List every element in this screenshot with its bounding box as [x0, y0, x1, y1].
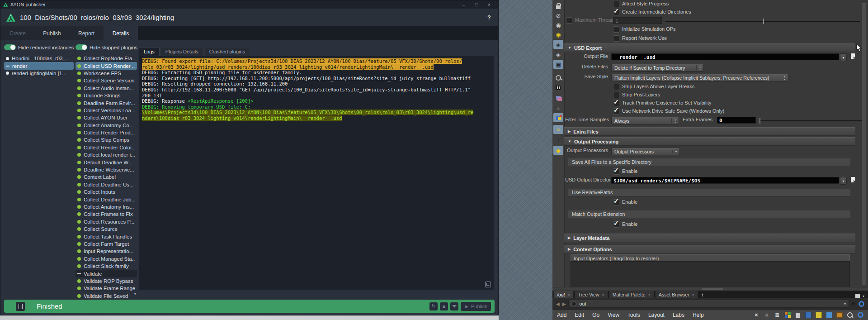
checkbox-initialize-simulation-ops[interactable]: [613, 26, 619, 33]
threads-field[interactable]: 1: [613, 17, 662, 24]
path-dropdown-icon[interactable]: ▾: [844, 302, 846, 306]
plugin-row[interactable]: Collect Resources P...: [75, 218, 137, 225]
select-delete-files[interactable]: Delete if Saved to Temp Directory▴▾: [611, 64, 704, 72]
report-details-icon[interactable]: [16, 302, 25, 311]
checkbox-strip-layers-above-layer-breaks[interactable]: [613, 84, 619, 90]
lock-icon[interactable]: [553, 1, 563, 10]
checkbox-track-primitive-existence-to-set-visibility[interactable]: ✓: [613, 100, 619, 106]
section-output-processing[interactable]: ▼Output Processing: [564, 137, 855, 146]
menu-layout[interactable]: Layout: [648, 312, 665, 318]
field-dropdown-icon[interactable]: ▾: [840, 177, 847, 185]
select-output-processors[interactable]: Output Processors▾: [611, 148, 680, 155]
log-tab-crashed-plugins[interactable]: Crashed plugins: [204, 47, 250, 56]
pane-tab-material-palette[interactable]: Material Palette×: [609, 291, 654, 298]
refresh-button[interactable]: ↻: [429, 302, 438, 310]
tab-details[interactable]: Details: [104, 26, 138, 40]
field-usd-output-directory[interactable]: $JOB/usd_renders/$HIPNAME/$OS: [611, 177, 839, 184]
plugin-row[interactable]: Collect Slap Comps: [75, 136, 137, 143]
tools-icon[interactable]: ×: [753, 312, 760, 318]
pin-camera-icon[interactable]: ◈: [553, 50, 563, 59]
tab-report[interactable]: Report: [69, 26, 104, 40]
plugin-row[interactable]: Collect Source: [75, 225, 137, 233]
plugin-row[interactable]: Workscene FPS: [75, 70, 137, 77]
plugin-row[interactable]: Collect Scene Version: [75, 77, 137, 84]
close-tab-icon[interactable]: ×: [648, 292, 651, 297]
pause-icon[interactable]: [553, 83, 563, 92]
menu-tools[interactable]: Tools: [627, 312, 640, 318]
menu-edit[interactable]: Edit: [575, 312, 584, 318]
forward-icon[interactable]: ▶: [562, 301, 566, 306]
plugin-row[interactable]: Collect Deadline Job...: [75, 196, 137, 203]
image-add-icon[interactable]: [826, 312, 832, 318]
plugin-row[interactable]: Collect Render Color...: [75, 144, 137, 151]
param-enable-checkbox[interactable]: [566, 17, 572, 24]
validate-filter-button[interactable]: [450, 302, 458, 310]
stop-button[interactable]: ■: [440, 302, 448, 310]
help-button[interactable]: ?: [486, 14, 493, 21]
pane-tab-tree-view[interactable]: Tree View×: [575, 291, 608, 298]
pane-layout-icon[interactable]: [855, 294, 860, 298]
keys-icon[interactable]: [553, 73, 563, 82]
scrollbar-thumb[interactable]: [862, 2, 866, 286]
move-icon[interactable]: +: [553, 135, 563, 144]
ghost-icon[interactable]: ▲: [553, 103, 563, 112]
display-options-icon[interactable]: ◉: [553, 30, 563, 39]
plugin-row[interactable]: Deadline Farm Envir...: [75, 99, 137, 106]
gallery-shelf-icon[interactable]: [836, 312, 843, 318]
plugin-row[interactable]: Collect Anatomy Co...: [75, 122, 137, 129]
snap-icon[interactable]: ◆: [553, 146, 563, 155]
select-filter-time-samples[interactable]: Always▴▾: [611, 117, 679, 124]
plugin-row[interactable]: Collect Frames to Fix: [75, 210, 137, 218]
plugin-row[interactable]: Unicode Strings: [75, 92, 137, 99]
parameters-scrollbar[interactable]: [862, 1, 866, 287]
no-select-icon[interactable]: ⊘: [553, 11, 563, 20]
file-chooser-icon[interactable]: [850, 177, 857, 184]
sticky-note-icon[interactable]: [816, 312, 822, 318]
pane-dropdown-icon[interactable]: ▾: [863, 294, 864, 298]
section-extra-files[interactable]: ▶Extra Files: [564, 127, 855, 136]
plugin-row[interactable]: Deadline Webservic...: [75, 166, 137, 173]
hide-skipped-toggle[interactable]: [75, 44, 87, 50]
checkbox-create-intermediate-directories[interactable]: ✓: [613, 9, 619, 15]
plugin-row[interactable]: Collect Render Prod...: [75, 129, 137, 136]
new-tab-button[interactable]: +: [701, 291, 704, 298]
menu-add[interactable]: Add: [557, 312, 566, 318]
radial-menu-icon[interactable]: [859, 301, 864, 307]
nodes-icon[interactable]: ≡: [764, 312, 770, 318]
field-output-file[interactable]: __render__.usd: [611, 53, 839, 60]
section-layer-metadata[interactable]: ▶Layer Metadata: [564, 234, 855, 242]
field-dropdown-icon[interactable]: ▾: [840, 53, 847, 61]
orbit-icon[interactable]: [857, 312, 863, 318]
measure-icon[interactable]: ×: [553, 125, 563, 134]
plugin-row[interactable]: Validate ROP Bypass: [75, 277, 137, 285]
file-chooser-icon[interactable]: [850, 53, 857, 61]
extra-frames-field[interactable]: 0: [717, 117, 756, 124]
plugin-row[interactable]: Input Representatio...: [75, 248, 137, 255]
grid-outline-icon[interactable]: ▦: [795, 312, 801, 318]
plugin-row[interactable]: Collect Managed Sta...: [75, 255, 137, 263]
checkbox-use-network-drive-safe-save-windows-only-[interactable]: ✓: [613, 108, 619, 115]
expand-icon[interactable]: [485, 282, 491, 287]
extra-frames-slider[interactable]: [760, 120, 862, 121]
select-save-style[interactable]: Flatten Implicit Layers (Collapse Implic…: [611, 74, 788, 81]
menu-labs[interactable]: Labs: [673, 312, 684, 318]
close-tab-icon[interactable]: ×: [692, 292, 694, 297]
plugin-row[interactable]: Validate Frame Range: [75, 285, 137, 292]
maximize-button[interactable]: □: [470, 1, 483, 8]
plugin-row[interactable]: Collect local render i...: [75, 151, 137, 158]
checkbox-strip-post-layers[interactable]: [613, 92, 619, 98]
input-operators-list[interactable]: [571, 261, 850, 288]
log-tab-logs[interactable]: Logs: [139, 47, 160, 56]
plugin-row[interactable]: Context Label: [75, 173, 137, 181]
plugin-row[interactable]: Collect USD Render ...: [75, 62, 137, 69]
gallery-icon[interactable]: [553, 93, 563, 102]
palette-grid-icon[interactable]: [784, 312, 791, 318]
pane-tab-asset-browser[interactable]: Asset Browser×: [655, 291, 698, 298]
instance-row[interactable]: renderLightingMain [1...: [4, 70, 74, 77]
tab-publish[interactable]: Publish: [35, 26, 69, 40]
menu-go[interactable]: Go: [592, 312, 599, 318]
log-tab-plugins-details[interactable]: Plugins Details: [160, 47, 203, 56]
search-icon[interactable]: [847, 312, 853, 318]
checkbox-enable[interactable]: ✓: [613, 168, 619, 175]
minimize-button[interactable]: –: [458, 1, 470, 8]
